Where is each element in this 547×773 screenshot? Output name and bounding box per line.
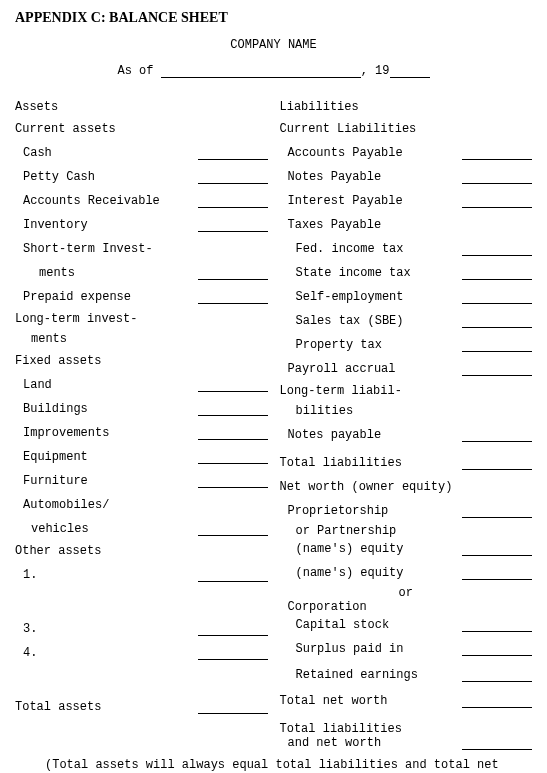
self-tax-amount[interactable]: [462, 291, 532, 304]
other-3-label: 3.: [15, 622, 198, 636]
fixed-assets-heading: Fixed assets: [15, 354, 268, 368]
name-equity-2-amount[interactable]: [462, 567, 532, 580]
buildings-amount[interactable]: [198, 403, 268, 416]
auto-amount[interactable]: [198, 523, 268, 536]
footnote: (Total assets will always equal total li…: [15, 758, 532, 773]
ip-label: Interest Payable: [280, 194, 463, 208]
capital-stock-amount[interactable]: [462, 619, 532, 632]
partnership-label: or Partnership: [280, 524, 533, 538]
cash-amount[interactable]: [198, 147, 268, 160]
sti-label-2: ments: [15, 266, 198, 280]
capital-stock-label: Capital stock: [280, 618, 463, 632]
furniture-amount[interactable]: [198, 475, 268, 488]
company-name: COMPANY NAME: [15, 38, 532, 52]
prepaid-amount[interactable]: [198, 291, 268, 304]
as-of-label: As of: [117, 64, 153, 78]
surplus-label: Surplus paid in: [280, 642, 463, 656]
ltl-label-2: bilities: [280, 404, 533, 418]
improvements-label: Improvements: [15, 426, 198, 440]
taxes-label: Taxes Payable: [280, 218, 533, 232]
sales-tax-amount[interactable]: [462, 315, 532, 328]
retained-earnings-amount[interactable]: [462, 669, 532, 682]
total-liabilities-amount[interactable]: [462, 457, 532, 470]
total-assets-amount[interactable]: [198, 701, 268, 714]
petty-cash-amount[interactable]: [198, 171, 268, 184]
total-liabilities-label: Total liabilities: [280, 456, 463, 470]
date-field[interactable]: [161, 77, 361, 78]
payroll-amount[interactable]: [462, 363, 532, 376]
proprietorship-label: Proprietorship: [280, 504, 463, 518]
appendix-title: APPENDIX C: BALANCE SHEET: [15, 10, 532, 26]
surplus-amount[interactable]: [462, 643, 532, 656]
net-worth-heading: Net worth (owner equity): [280, 480, 533, 494]
ar-label: Accounts Receivable: [15, 194, 198, 208]
fed-tax-label: Fed. income tax: [280, 242, 463, 256]
ip-amount[interactable]: [462, 195, 532, 208]
ap-amount[interactable]: [462, 147, 532, 160]
cash-label: Cash: [15, 146, 198, 160]
self-tax-label: Self-employment: [280, 290, 463, 304]
tlnw-label-2: and net worth: [280, 736, 459, 750]
proprietorship-amount[interactable]: [462, 505, 532, 518]
ap-label: Accounts Payable: [280, 146, 463, 160]
land-label: Land: [15, 378, 198, 392]
petty-cash-label: Petty Cash: [15, 170, 198, 184]
other-4-amount[interactable]: [198, 647, 268, 660]
property-tax-amount[interactable]: [462, 339, 532, 352]
sti-amount[interactable]: [198, 267, 268, 280]
buildings-label: Buildings: [15, 402, 198, 416]
current-liabilities-heading: Current Liabilities: [280, 122, 533, 136]
np-label: Notes Payable: [280, 170, 463, 184]
np2-label: Notes payable: [280, 428, 463, 442]
ltl-label-1: Long-term liabil-: [280, 384, 533, 398]
lti-label-1: Long-term invest-: [15, 312, 268, 326]
state-tax-amount[interactable]: [462, 267, 532, 280]
current-assets-heading: Current assets: [15, 122, 268, 136]
land-amount[interactable]: [198, 379, 268, 392]
np2-amount[interactable]: [462, 429, 532, 442]
name-equity-1-label: (name's) equity: [280, 542, 463, 556]
other-1-label: 1.: [15, 568, 198, 582]
furniture-label: Furniture: [15, 474, 198, 488]
improvements-amount[interactable]: [198, 427, 268, 440]
liabilities-heading: Liabilities: [280, 100, 533, 114]
sales-tax-label: Sales tax (SBE): [280, 314, 463, 328]
prepaid-label: Prepaid expense: [15, 290, 198, 304]
payroll-label: Payroll accrual: [280, 362, 463, 376]
liabilities-column: Liabilities Current Liabilities Accounts…: [280, 92, 533, 756]
name-equity-1-amount[interactable]: [462, 543, 532, 556]
other-3-amount[interactable]: [198, 623, 268, 636]
auto-label-2: vehicles: [15, 522, 198, 536]
np-amount[interactable]: [462, 171, 532, 184]
tlnw-label-1: Total liabilities: [280, 722, 459, 736]
year-prefix: , 19: [361, 64, 390, 78]
property-tax-label: Property tax: [280, 338, 463, 352]
retained-earnings-label: Retained earnings: [280, 668, 463, 682]
ar-amount[interactable]: [198, 195, 268, 208]
lti-label-2: ments: [15, 332, 268, 346]
sti-label-1: Short-term Invest-: [15, 242, 268, 256]
other-1-amount[interactable]: [198, 569, 268, 582]
inventory-amount[interactable]: [198, 219, 268, 232]
state-tax-label: State income tax: [280, 266, 463, 280]
equipment-label: Equipment: [15, 450, 198, 464]
auto-label-1: Automobiles/: [15, 498, 268, 512]
total-net-worth-amount[interactable]: [462, 695, 532, 708]
or-label: or: [280, 586, 533, 600]
assets-heading: Assets: [15, 100, 268, 114]
total-assets-label: Total assets: [15, 700, 198, 714]
equipment-amount[interactable]: [198, 451, 268, 464]
fed-tax-amount[interactable]: [462, 243, 532, 256]
other-4-label: 4.: [15, 646, 198, 660]
other-assets-heading: Other assets: [15, 544, 268, 558]
corporation-label: Corporation: [280, 600, 533, 614]
name-equity-2-label: (name's) equity: [280, 566, 463, 580]
tlnw-amount[interactable]: [462, 737, 532, 750]
assets-column: Assets Current assets Cash Petty Cash Ac…: [15, 92, 268, 756]
year-field[interactable]: [390, 77, 430, 78]
inventory-label: Inventory: [15, 218, 198, 232]
as-of-line: As of , 19: [15, 64, 532, 78]
total-net-worth-label: Total net worth: [280, 694, 463, 708]
